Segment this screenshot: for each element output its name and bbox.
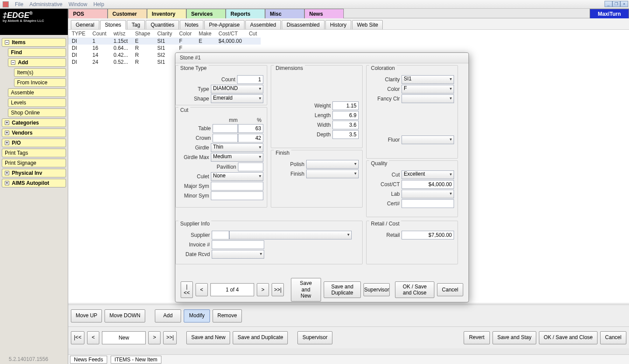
dlg-save-new-button[interactable]: Save and New xyxy=(291,278,321,301)
fluor-combo[interactable] xyxy=(402,135,454,144)
close-button[interactable]: × xyxy=(620,1,628,7)
menu-window[interactable]: Window xyxy=(69,1,87,7)
tab-inventory[interactable]: Inventory xyxy=(147,9,186,18)
culet-combo[interactable]: None xyxy=(211,172,263,181)
col-cost/ct[interactable]: Cost/CT xyxy=(215,30,245,38)
major-sym-input[interactable] xyxy=(211,182,263,191)
tab-misc[interactable]: Misc xyxy=(265,9,304,18)
remove-button[interactable]: Remove xyxy=(213,309,242,322)
restore-button[interactable]: ❐ xyxy=(612,1,620,7)
save-stay-button[interactable]: Save and Stay xyxy=(493,331,536,344)
maxiturn-button[interactable]: MaxiTurn xyxy=(590,9,629,18)
subtab-quantities[interactable]: Quantities xyxy=(146,20,179,29)
minimize-button[interactable]: _ xyxy=(605,1,612,7)
col-shape[interactable]: Shape xyxy=(132,30,154,38)
length-input[interactable] xyxy=(332,111,359,120)
table-mm-input[interactable] xyxy=(213,124,238,133)
tab-services[interactable]: Services xyxy=(186,9,226,18)
col-count[interactable]: Count xyxy=(89,30,110,38)
menu-admin[interactable]: Administrative xyxy=(29,1,62,7)
cancel-button[interactable]: Cancel xyxy=(600,331,626,344)
finish-combo[interactable] xyxy=(306,170,359,178)
subtab-disassembled[interactable]: Disassembled xyxy=(282,20,324,29)
subtab-general[interactable]: General xyxy=(71,20,99,29)
invoice-input[interactable] xyxy=(212,240,264,249)
status-news-feeds[interactable]: News Feeds xyxy=(70,356,107,364)
nav-physical-inv[interactable]: +Physical Inv xyxy=(2,169,66,177)
menu-file[interactable]: File xyxy=(15,1,23,7)
nav-find[interactable]: Find xyxy=(8,48,66,57)
nav-item-s[interactable]: Item(s) xyxy=(14,68,66,77)
tab-reports[interactable]: Reports xyxy=(226,9,265,18)
subtab-tag[interactable]: Tag xyxy=(127,20,145,29)
minor-sym-input[interactable] xyxy=(211,191,263,200)
girdle-max-combo[interactable]: Medium xyxy=(211,153,263,162)
next-button[interactable]: > xyxy=(148,331,161,344)
cost-ct-input[interactable] xyxy=(402,180,454,189)
col-make[interactable]: Make xyxy=(195,30,215,38)
dlg-next-button[interactable]: > xyxy=(257,283,269,296)
last-button[interactable]: >>| xyxy=(163,331,177,344)
menu-help[interactable]: Help xyxy=(93,1,104,7)
dlg-supervisor-button[interactable]: Supervisor xyxy=(363,283,390,296)
col-wt/sz[interactable]: wt/sz xyxy=(110,30,131,38)
color-combo[interactable]: F xyxy=(402,85,454,94)
revert-button[interactable]: Revert xyxy=(464,331,490,344)
pavillion-input[interactable] xyxy=(238,163,263,171)
subtab-assembled[interactable]: Assembled xyxy=(245,20,281,29)
dlg-save-dup-button[interactable]: Save and Duplicate xyxy=(324,281,361,298)
move-up-button[interactable]: Move UP xyxy=(71,309,102,322)
supervisor-button[interactable]: Supervisor xyxy=(297,331,332,344)
dlg-cancel-button[interactable]: Cancel xyxy=(437,283,463,296)
lab-combo[interactable] xyxy=(402,190,454,198)
modify-button[interactable]: Modify xyxy=(184,309,210,322)
move-down-button[interactable]: Move DOWN xyxy=(105,309,145,322)
dlg-prev-button[interactable]: < xyxy=(196,283,208,296)
status-items-new[interactable]: ITEMS - New Item xyxy=(111,356,161,364)
col-cut[interactable]: Cut xyxy=(245,30,261,38)
subtab-stones[interactable]: Stones xyxy=(100,20,126,30)
polish-combo[interactable] xyxy=(306,160,359,169)
tab-pos[interactable]: POS xyxy=(68,9,108,18)
nav-aims[interactable]: +AIMS Autopilot xyxy=(2,179,66,187)
col-color[interactable]: Color xyxy=(175,30,195,38)
nav-vendors[interactable]: +Vendors xyxy=(2,128,66,137)
nav-levels[interactable]: Levels xyxy=(8,98,66,107)
save-new-button[interactable]: Save and New xyxy=(186,331,230,344)
add-button[interactable]: Add xyxy=(155,309,181,322)
nav-shop-online[interactable]: Shop Online xyxy=(8,108,66,117)
date-rcvd-input[interactable] xyxy=(212,250,264,259)
nav-print-tags[interactable]: Print Tags xyxy=(2,149,66,157)
dlg-first-button[interactable]: |<< xyxy=(181,281,193,298)
girdle-combo[interactable]: Thin xyxy=(211,143,263,152)
subtab-history[interactable]: History xyxy=(325,20,351,29)
crown-pct-input[interactable] xyxy=(238,134,263,142)
dlg-ok-close-button[interactable]: OK / Save and Close xyxy=(395,281,434,298)
clarity-combo[interactable]: SI1 xyxy=(402,75,454,84)
type-combo[interactable]: DIAMOND xyxy=(211,85,263,94)
tab-news[interactable]: News xyxy=(304,9,344,18)
count-input[interactable] xyxy=(237,75,263,84)
subtab-preappraise[interactable]: Pre-Appraise xyxy=(204,20,245,29)
nav-assemble[interactable]: Assemble xyxy=(8,88,66,97)
col-clarity[interactable]: Clarity xyxy=(154,30,175,38)
nav-from-invoice[interactable]: From Invoice xyxy=(14,78,66,87)
table-row[interactable]: DI160.64...RSI1F xyxy=(68,45,261,52)
first-button[interactable]: |<< xyxy=(71,331,84,344)
prev-button[interactable]: < xyxy=(87,331,99,344)
nav-categories[interactable]: +Categories xyxy=(2,118,66,127)
weight-input[interactable] xyxy=(332,101,359,110)
cert-input[interactable] xyxy=(402,199,454,208)
supplier-code-input[interactable] xyxy=(212,231,229,239)
nav-po[interactable]: +P/O xyxy=(2,139,66,147)
subtab-website[interactable]: Web Site xyxy=(352,20,383,29)
nav-items[interactable]: −Items xyxy=(2,38,66,47)
shape-combo[interactable]: Emerald xyxy=(211,94,263,103)
fancy-combo[interactable] xyxy=(402,94,454,103)
ok-close-button[interactable]: OK / Save and Close xyxy=(539,331,598,344)
width-input[interactable] xyxy=(332,121,359,129)
save-dup-button[interactable]: Save and Duplicate xyxy=(233,331,288,344)
subtab-notes[interactable]: Notes xyxy=(180,20,203,29)
table-pct-input[interactable] xyxy=(238,124,263,133)
quality-cut-combo[interactable]: Excellent xyxy=(402,170,454,179)
